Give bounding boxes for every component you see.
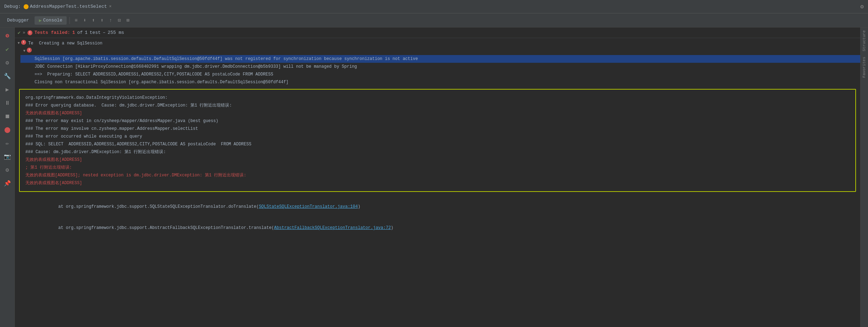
debug-bar: Debug: AddressMapperTest.testSelect × ⚙ (0, 0, 868, 13)
preparing-text: ==> Preparing: SELECT ADDRESSID,ADDRESS1… (35, 71, 273, 78)
sidebar-icon-record[interactable]: ⬤ (2, 124, 13, 135)
test-word: test (90, 30, 100, 35)
error-line-1: org.springframework.dao.DataIntegrityVio… (25, 94, 850, 102)
sidebar-icon-pause[interactable]: ⏸ (2, 97, 13, 109)
main-layout: ❾ ✔ ⚙ 🔧 ▶ ⏸ ⏹ ⬤ ✏ 📷 ⚙ 📌 ✔ » ! Tests fail… (0, 28, 868, 327)
expand-arrow[interactable]: ▼ (18, 40, 20, 47)
error-line-3: 无效的表或视图名[ADDRESS] (25, 109, 850, 117)
toolbar: Debugger ▶ Console ≡ ⬇ ⬆ ⬆ ↑ ⊡ ⊞ (0, 13, 868, 28)
toolbar-separator (69, 17, 70, 24)
sidebar-icon-stop[interactable]: ⏹ (2, 111, 13, 122)
error-line-9: 无效的表或视图名[ADDRESS] (25, 156, 850, 164)
debug-tab-name[interactable]: AddressMapperTest.testSelect (30, 4, 107, 9)
right-panel: Structure Favorites (860, 28, 868, 327)
error-line-4: ### The error may exist in cn/zysheep/ma… (25, 117, 850, 125)
stack-line-2-link[interactable]: AbstractFallbackSQLExceptionTranslator.j… (274, 225, 391, 230)
console-tab[interactable]: ▶ Console (35, 16, 66, 25)
sql-session-row[interactable]: SqlSession [org.apache.ibatis.session.de… (20, 55, 860, 63)
sidebar-icon-settings[interactable]: ⚙ (2, 57, 13, 68)
sidebar-icon-play[interactable]: ▶ (2, 84, 13, 95)
jdbc-conn-row[interactable]: JDBC Connection [HikariProxyConnection@1… (20, 63, 860, 71)
content-area: ✔ » ! Tests failed: 1 of 1 test – 255 ms… (15, 28, 860, 327)
sidebar-icon-run[interactable]: ❾ (2, 30, 13, 42)
green-check-icon: ✔ (18, 30, 20, 36)
error-line-12: 无效的表或视图名[ADDRESS] (25, 179, 850, 187)
tests-failed-label: Tests failed: (35, 30, 70, 35)
sql-session-text: SqlSession [org.apache.ibatis.session.de… (35, 55, 418, 62)
log-content[interactable]: ▼ ! Te Creating a new SqlSession ▼ ! Sql… (15, 38, 860, 327)
error-line-7: ### SQL: SELECT ADDRESSID,ADDRESS1,ADDRE… (25, 140, 850, 148)
stack-line-1-prefix: at org.springframework.jdbc.support.SQLS… (43, 204, 259, 209)
creating-session-text: Creating a new SqlSession (39, 40, 102, 47)
sql-session-expand-row[interactable]: ▼ ! (20, 47, 860, 55)
play-arrow-icon: » (23, 30, 25, 35)
sidebar-icon-pin[interactable]: 📌 (2, 178, 13, 189)
console-tab-label: Console (43, 18, 62, 23)
jdbc-conn-text: JDBC Connection [HikariProxyConnection@1… (35, 63, 357, 70)
of-text: of (77, 30, 83, 35)
error-line-8: ### Cause: dm.jdbc.driver.DMException: 第… (25, 148, 850, 156)
sidebar-icon-camera[interactable]: 📷 (2, 151, 13, 162)
debugger-tab-label: Debugger (7, 18, 29, 23)
stack-line-2-prefix: at org.springframework.jdbc.support.Abst… (43, 225, 274, 230)
stack-line-1-link[interactable]: SQLStateSQLExceptionTranslator.java:104 (259, 204, 358, 209)
sql-error-badge: ! (27, 48, 32, 53)
separator: – (103, 30, 106, 35)
settings-icon[interactable]: ⚙ (860, 3, 864, 10)
close-tab-button[interactable]: × (109, 4, 111, 9)
error-box: org.springframework.dao.DataIntegrityVio… (19, 89, 856, 192)
error-line-6: ### The error occurred while executing a… (25, 133, 850, 140)
stack-trace-area: at org.springframework.jdbc.support.SQLS… (15, 195, 860, 240)
status-bar: ✔ » ! Tests failed: 1 of 1 test – 255 ms (15, 28, 860, 38)
left-sidebar: ❾ ✔ ⚙ 🔧 ▶ ⏸ ⏹ ⬤ ✏ 📷 ⚙ 📌 (0, 28, 15, 327)
error-badge: ! (27, 30, 32, 35)
grid-icon[interactable]: ⊡ (116, 16, 123, 25)
favorites-label[interactable]: Favorites (861, 54, 868, 80)
test-node-text: Te (28, 40, 33, 47)
error-line-2: ### Error querying database. Cause: dm.j… (25, 102, 850, 109)
debug-tab-icon (24, 4, 29, 9)
menu-icon[interactable]: ≡ (73, 16, 80, 25)
stack-line-2: at org.springframework.jdbc.support.Abst… (18, 217, 857, 238)
preparing-row[interactable]: ==> Preparing: SELECT ADDRESSID,ADDRESS1… (20, 71, 860, 78)
arrow-up-icon[interactable]: ↑ (107, 16, 114, 25)
test-count: 1 (72, 30, 75, 35)
error-line-11: 无效的表或视图[ADDRESS]; nested exception is dm… (25, 171, 850, 179)
stack-line-2-suffix: ) (391, 225, 393, 230)
console-tab-icon: ▶ (39, 18, 42, 23)
total-count: 1 (85, 30, 87, 35)
test-node-row[interactable]: ▼ ! Te Creating a new SqlSession (15, 40, 860, 47)
error-line-10: ; 第1 行附近出现错误: (25, 164, 850, 171)
duration: 255 ms (108, 30, 124, 35)
sidebar-icon-edit[interactable]: ✏ (2, 138, 13, 149)
sidebar-icon-wrench[interactable]: 🔧 (2, 71, 13, 82)
sidebar-icon-check[interactable]: ✔ (2, 44, 13, 55)
test-error-badge: ! (21, 40, 26, 45)
upload-icon[interactable]: ⬆ (90, 16, 97, 25)
closing-text: Closing non transactional SqlSession [or… (35, 79, 288, 86)
sidebar-icon-gear2[interactable]: ⚙ (2, 164, 13, 176)
grid2-icon[interactable]: ⊞ (124, 16, 131, 25)
error-line-5: ### The error may involve cn.zysheep.map… (25, 125, 850, 133)
debugger-tab[interactable]: Debugger (3, 16, 33, 24)
debug-label: Debug: (4, 4, 21, 9)
closing-row[interactable]: Closing non transactional SqlSession [or… (20, 78, 860, 86)
expand-arrow2[interactable]: ▼ (23, 48, 25, 55)
stack-line-1: at org.springframework.jdbc.support.SQLS… (18, 196, 857, 217)
stack-line-1-suffix: ) (358, 204, 360, 209)
download-icon[interactable]: ⬇ (81, 16, 88, 25)
structure-label[interactable]: Structure (861, 28, 868, 54)
upload2-icon[interactable]: ⬆ (98, 16, 105, 25)
